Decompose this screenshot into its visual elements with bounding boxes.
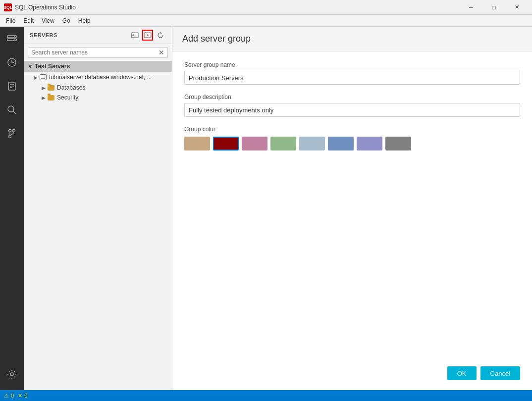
activity-bar xyxy=(0,27,24,390)
refresh-button[interactable] xyxy=(155,30,166,41)
color-swatch-blue[interactable] xyxy=(328,137,354,150)
svg-point-14 xyxy=(10,373,13,376)
sidebar: SERVERS xyxy=(24,27,172,390)
sidebar-actions xyxy=(129,30,166,41)
error-count: 0 xyxy=(24,393,27,399)
group-description-group: Group description xyxy=(184,94,520,117)
sidebar-header: SERVERS xyxy=(24,27,172,44)
tree-group-test-servers[interactable]: ▼ Test Servers xyxy=(24,61,172,72)
svg-point-2 xyxy=(14,36,15,37)
new-connection-button[interactable] xyxy=(129,30,140,41)
tree-item-security[interactable]: ▶ Security xyxy=(24,93,172,102)
group-description-input[interactable] xyxy=(184,103,520,117)
group-color-group: Group color xyxy=(184,126,520,150)
svg-point-11 xyxy=(9,130,11,132)
activity-search[interactable] xyxy=(0,98,24,122)
svg-point-12 xyxy=(13,130,15,132)
color-swatch-purple[interactable] xyxy=(357,137,382,150)
server-search-bar: ✕ xyxy=(28,47,168,58)
svg-point-9 xyxy=(8,106,14,112)
window-controls: ─ □ ✕ xyxy=(460,0,528,15)
tree-item-databases[interactable]: ▶ Databases xyxy=(24,83,172,93)
menu-edit[interactable]: Edit xyxy=(19,16,38,25)
close-button[interactable]: ✕ xyxy=(505,0,528,15)
server-label: tutorialserver.database.windows.net, ... xyxy=(49,74,152,81)
server-group-name-group: Server group name xyxy=(184,61,520,85)
main-layout: SERVERS xyxy=(0,27,532,390)
svg-point-13 xyxy=(9,136,11,138)
ok-button[interactable]: OK xyxy=(447,366,477,380)
panel-title: Add server group xyxy=(182,34,251,44)
panel-content: Server group name Group description Grou… xyxy=(172,51,532,390)
activity-git[interactable] xyxy=(0,122,24,146)
server-chevron-icon: ▶ xyxy=(34,75,38,80)
svg-point-3 xyxy=(14,39,15,40)
color-swatch-gray[interactable] xyxy=(385,137,411,150)
group-label: Test Servers xyxy=(35,63,70,70)
activity-file[interactable] xyxy=(0,74,24,98)
activity-settings[interactable] xyxy=(0,362,24,386)
security-folder-icon xyxy=(48,95,54,100)
menu-help[interactable]: Help xyxy=(74,16,95,25)
status-warnings: ⚠ 0 ✕ 0 xyxy=(4,393,27,399)
activity-history[interactable] xyxy=(0,50,24,74)
server-group-name-label: Server group name xyxy=(184,61,520,68)
databases-folder-icon xyxy=(48,85,54,91)
menu-go[interactable]: Go xyxy=(58,16,74,25)
panel-header: Add server group xyxy=(172,27,532,51)
server-search-input[interactable] xyxy=(31,49,159,56)
right-panel: Add server group Server group name Group… xyxy=(172,27,532,390)
app-icon: SQL xyxy=(4,3,12,11)
dialog-footer: OK Cancel xyxy=(447,366,520,380)
color-swatch-blue-gray[interactable] xyxy=(299,137,325,150)
warning-icon: ⚠ xyxy=(4,393,9,399)
color-swatch-mauve[interactable] xyxy=(242,137,267,150)
color-swatches xyxy=(184,137,520,150)
group-arrow-icon: ▼ xyxy=(28,64,33,69)
sidebar-title: SERVERS xyxy=(30,32,129,38)
color-swatch-green[interactable] xyxy=(270,137,296,150)
minimize-button[interactable]: ─ xyxy=(460,0,482,15)
menubar: File Edit View Go Help xyxy=(0,15,532,27)
activity-servers[interactable] xyxy=(0,27,24,50)
tree-item-server[interactable]: ▶ tutorialserver.database.windows.net, .… xyxy=(24,72,172,83)
color-swatch-tan[interactable] xyxy=(184,137,210,150)
databases-chevron-icon: ▶ xyxy=(42,85,46,91)
server-icon xyxy=(40,74,47,80)
server-tree: ▼ Test Servers ▶ tutorialserver.database… xyxy=(24,61,172,390)
error-icon: ✕ xyxy=(18,393,22,399)
warning-count: 0 xyxy=(11,393,14,399)
add-server-group-button[interactable] xyxy=(142,30,153,41)
search-close-icon[interactable]: ✕ xyxy=(159,49,164,56)
security-chevron-icon: ▶ xyxy=(42,95,46,100)
databases-label: Databases xyxy=(57,84,85,91)
menu-view[interactable]: View xyxy=(38,16,58,25)
group-description-label: Group description xyxy=(184,94,520,100)
status-bar: ⚠ 0 ✕ 0 xyxy=(0,390,532,401)
cancel-button[interactable]: Cancel xyxy=(480,366,520,380)
color-swatch-red[interactable] xyxy=(213,137,239,150)
svg-line-10 xyxy=(13,111,16,114)
restore-button[interactable]: □ xyxy=(482,0,505,15)
security-label: Security xyxy=(57,94,78,101)
titlebar: SQL SQL Operations Studio ─ □ ✕ xyxy=(0,0,532,15)
group-color-label: Group color xyxy=(184,126,520,133)
menu-file[interactable]: File xyxy=(2,16,19,25)
server-group-name-input[interactable] xyxy=(184,71,520,85)
window-title: SQL Operations Studio xyxy=(15,4,460,11)
